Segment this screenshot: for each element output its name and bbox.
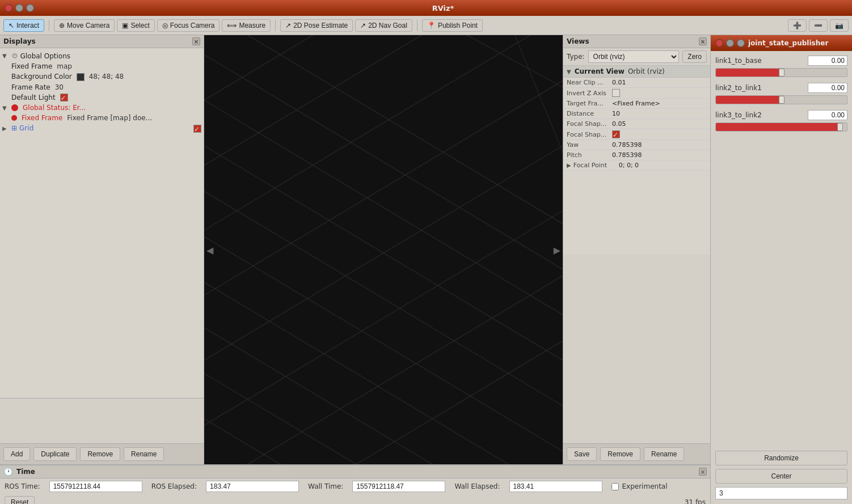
publish-point-button[interactable]: 📍 Publish Point [422,19,483,32]
link1-slider-track[interactable] [715,68,847,77]
ros-time-input[interactable] [49,481,142,492]
add-button[interactable]: Add [3,447,30,461]
viewport[interactable]: ◀ ▶ [204,35,563,464]
randomize-button[interactable]: Randomize [715,451,847,465]
link1-slider-thumb[interactable] [779,69,784,77]
background-color-label: Background Color [11,73,72,81]
background-color-value: 48; 48; 48 [89,73,124,81]
target-frame-label: Target Fra... [567,100,612,107]
current-view-label: Current View [575,67,625,75]
interact-button[interactable]: ↖ Interact [3,19,44,32]
maximize-button[interactable] [26,4,34,12]
fixed-frame-value: map [57,62,72,70]
current-view-arrow: ▼ [567,69,571,75]
move-camera-button[interactable]: ⊕ Move Camera [54,19,115,32]
displays-close-button[interactable]: × [192,37,200,45]
frame-rate-item[interactable]: Frame Rate 30 [0,82,204,92]
time-close-button[interactable]: × [699,468,707,476]
link2-slider-track[interactable] [715,95,847,104]
viewport-arrow-left[interactable]: ◀ [206,244,213,255]
experimental-checkbox[interactable] [611,483,619,490]
close-button[interactable] [5,4,12,12]
app-wrapper: RViz* ↖ Interact ⊕ Move Camera ▣ Select … [0,0,852,504]
link2-slider-label: link2_to_link1 [715,84,762,92]
add-icon-button[interactable]: ➕ [788,19,807,32]
displays-panel: Displays × ▼ ⚙ Global Options Fixed Fram… [0,35,204,464]
focus-camera-icon: ◎ [162,22,168,29]
views-remove-button[interactable]: Remove [600,447,640,461]
views-type-select[interactable]: Orbit (rviz) [588,50,680,63]
views-save-button[interactable]: Save [567,447,597,461]
invert-z-checkbox[interactable] [612,89,620,97]
camera-icon-button[interactable]: 📷 [830,19,849,32]
views-panel: Views × Type: Orbit (rviz) Zero ▼ [563,35,710,464]
time-header: 🕐 Time × [0,465,710,478]
views-type-row: Type: Orbit (rviz) Zero [563,48,710,66]
2d-pose-button[interactable]: ↗ 2D Pose Estimate [280,19,353,32]
viewport-arrow-right[interactable]: ▶ [554,244,560,255]
minus-icon-button[interactable]: ➖ [809,19,828,32]
link1-value-input[interactable] [808,56,847,66]
global-status-label: Global Status: Er... [23,104,86,112]
time-header-left: 🕐 Time [3,467,35,476]
ros-time-label: ROS Time: [5,482,40,490]
reset-button[interactable]: Reset [5,496,35,504]
yaw-label: Yaw [567,141,612,149]
distance-row: Distance 10 [563,109,710,119]
fixed-frame-item[interactable]: Fixed Frame map [0,61,204,71]
global-status-item[interactable]: ▼ Global Status: Er... [0,103,204,113]
select-button[interactable]: ▣ Select [117,19,154,32]
background-color-item[interactable]: Background Color 48; 48; 48 [0,71,204,82]
duplicate-button[interactable]: Duplicate [33,447,77,461]
window-controls [5,4,34,12]
focal-shape-fixed-checkbox[interactable]: ✓ [612,130,620,138]
app-title: RViz* [39,4,847,12]
center-button[interactable]: Center [715,469,847,484]
link2-slider-thumb[interactable] [779,96,784,104]
link3-slider-thumb[interactable] [837,123,843,131]
default-light-checkbox: ✓ [60,94,68,102]
global-status-fixed-frame-item[interactable]: Fixed Frame Fixed Frame [map] doe... [0,113,204,123]
time-content: ROS Time: ROS Elapsed: Wall Time: Wall E… [0,478,710,494]
link3-slider-track[interactable] [715,122,847,132]
jsp-close-button[interactable] [715,39,723,47]
views-close-button[interactable]: × [699,37,707,45]
views-zero-button[interactable]: Zero [682,50,707,63]
link2-value-input[interactable] [808,83,847,93]
2d-nav-button[interactable]: ↗ 2D Nav Goal [355,19,412,32]
minimize-button[interactable] [15,4,23,12]
views-rename-button[interactable]: Rename [644,447,684,461]
focal-shape-fixed-row: Focal Shap... ✓ [563,129,710,140]
wall-time-input[interactable] [352,481,445,492]
measure-icon: ⟺ [227,22,237,29]
rename-button[interactable]: Rename [124,447,164,461]
global-options-label: Global Options [20,52,70,60]
grid-item[interactable]: ▶ ⊞ Grid ✓ [0,123,204,134]
global-options-arrow: ▼ [2,53,9,59]
publish-point-icon: 📍 [427,22,436,29]
jsp-minimize-button[interactable] [726,39,734,47]
jsp-maximize-button[interactable] [737,39,745,47]
displays-header: Displays × [0,35,204,48]
near-clip-row: Near Clip ... 0.01 [563,78,710,88]
grid-check[interactable]: ✓ [193,125,201,133]
link3-value-input[interactable] [808,110,847,120]
displays-tree: ▼ ⚙ Global Options Fixed Frame map Backg… [0,48,204,398]
wall-elapsed-input[interactable] [509,481,602,492]
2d-nav-label: 2D Nav Goal [368,22,407,29]
focal-point-row: ▶ Focal Point 0; 0; 0 [563,160,710,171]
remove-button[interactable]: Remove [80,447,120,461]
global-status-arrow: ▼ [2,105,9,111]
focus-camera-button[interactable]: ◎ Focus Camera [157,19,220,32]
global-options-item[interactable]: ▼ ⚙ Global Options [0,50,204,61]
measure-button[interactable]: ⟺ Measure [222,19,271,32]
default-light-check[interactable]: ✓ [60,94,68,101]
title-bar: RViz* [0,0,852,16]
link3-slider-label: link3_to_link2 [715,111,762,119]
yaw-value: 0.785398 [612,141,642,149]
default-light-item[interactable]: Default Light ✓ [0,92,204,103]
current-view-header[interactable]: ▼ Current View Orbit (rviz) [563,66,710,78]
focal-shape-size-value: 0.05 [612,120,626,128]
jsp-number-input[interactable] [715,487,847,499]
ros-elapsed-input[interactable] [206,481,299,492]
